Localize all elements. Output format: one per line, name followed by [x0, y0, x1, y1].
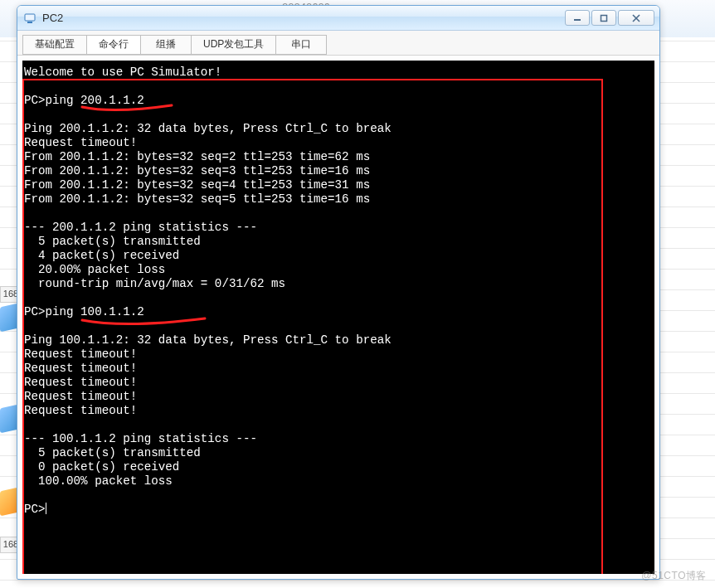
close-button[interactable] — [618, 10, 654, 26]
window-title: PC2 — [42, 12, 563, 24]
tab-udp-tool[interactable]: UDP发包工具 — [191, 35, 276, 55]
svg-rect-0 — [25, 14, 35, 21]
tab-label: 命令行 — [99, 37, 129, 51]
device-icon-blue — [0, 304, 18, 333]
tab-label: 串口 — [291, 37, 311, 51]
app-icon — [24, 12, 37, 25]
watermark: @51CTO博客 — [641, 569, 707, 583]
terminal-output[interactable]: Welcome to use PC Simulator! PC>ping 200… — [22, 61, 654, 522]
tab-label: UDP发包工具 — [203, 37, 264, 51]
tab-serial[interactable]: 串口 — [275, 35, 327, 55]
maximize-button[interactable] — [591, 10, 616, 26]
terminal-cursor — [46, 503, 46, 514]
tab-label: 组播 — [156, 37, 176, 51]
titlebar[interactable]: PC2 — [17, 6, 659, 31]
tab-command-line[interactable]: 命令行 — [86, 35, 141, 55]
pc-simulator-window: PC2 基础配置 命令行 组播 UDP发包工具 串口 Welcome to us… — [17, 5, 660, 580]
device-icon-blue — [0, 405, 18, 434]
tab-multicast[interactable]: 组播 — [140, 35, 192, 55]
minimize-button[interactable] — [565, 10, 590, 26]
tab-bar: 基础配置 命令行 组播 UDP发包工具 串口 — [17, 31, 659, 56]
device-icon-orange — [0, 488, 18, 517]
tab-basic-config[interactable]: 基础配置 — [22, 35, 87, 55]
tab-label: 基础配置 — [35, 37, 75, 51]
terminal-area[interactable]: Welcome to use PC Simulator! PC>ping 200… — [22, 61, 654, 574]
svg-rect-3 — [601, 15, 607, 21]
svg-rect-1 — [27, 22, 32, 23]
